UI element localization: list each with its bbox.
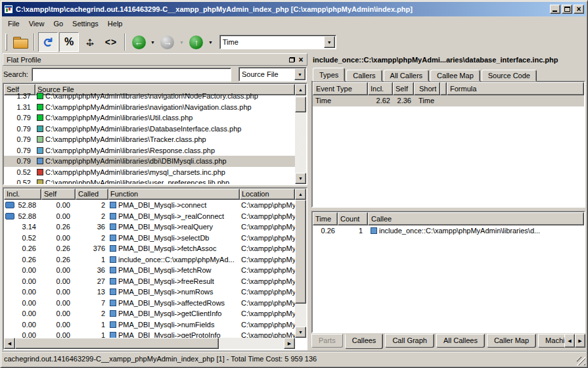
scroll-right-icon[interactable]: ▶ <box>284 338 295 349</box>
column-header-location[interactable]: Location <box>240 189 295 200</box>
scroll-left-icon[interactable]: ◀ <box>4 338 15 349</box>
chevron-down-icon[interactable]: ▼ <box>324 36 335 48</box>
function-icon <box>110 223 116 230</box>
horizontal-scrollbar[interactable]: ◀ ▶ <box>4 338 295 349</box>
event-type-row-selected[interactable]: Time 2.62 2.36 Time <box>313 95 584 106</box>
column-header-short[interactable]: Short <box>414 82 440 95</box>
column-header-count[interactable]: Count <box>338 212 368 225</box>
vertical-scrollbar[interactable]: ▲ ▼ <box>295 189 306 338</box>
reload-button[interactable]: ↻ <box>38 32 58 52</box>
column-header-self[interactable]: Self <box>393 82 414 95</box>
scroll-up-icon[interactable]: ▲ <box>295 189 306 200</box>
source-file-row[interactable]: 0.79 C:\xampp\phpMyAdmin\libraries\Track… <box>4 134 295 145</box>
up-button[interactable]: ↑ <box>187 32 206 52</box>
column-header-function[interactable]: Function <box>108 189 240 200</box>
app-icon <box>4 5 13 14</box>
source-file-row[interactable]: 0.79 C:\xampp\phpMyAdmin\libraries\Datab… <box>4 124 295 135</box>
up-dropdown-caret[interactable]: ▼ <box>208 40 213 45</box>
tab-callee-map[interactable]: Callee Map <box>430 70 480 81</box>
cycle-detection-button[interactable]: <> <box>101 32 121 52</box>
function-row[interactable]: 3.14 0.26 36 PMA_DBI_Mysqli->realQuery C… <box>4 221 295 233</box>
source-file-row[interactable]: 0.79 C:\xampp\phpMyAdmin\libraries\Respo… <box>4 145 295 156</box>
column-header-spacer[interactable] <box>440 82 447 95</box>
function-row[interactable]: 52.88 0.00 2 PMA_DBI_Mysqli->connect C:\… <box>4 200 295 211</box>
relative-percent-toggle[interactable]: % <box>59 32 79 52</box>
tab-source-code[interactable]: Source Code <box>482 70 537 81</box>
menu-go[interactable]: Go <box>49 18 68 30</box>
function-row[interactable]: 0.52 0.00 2 PMA_DBI_Mysqli->selectDb C:\… <box>4 233 295 244</box>
tab-all-callers[interactable]: All Callers <box>384 70 430 81</box>
event-type-select[interactable]: Time ▼ <box>219 35 336 49</box>
function-row[interactable]: 0.26 0.26 376 PMA_DBI_Mysqli->fetchAssoc… <box>4 243 295 254</box>
float-icon <box>289 57 295 62</box>
tab-parts[interactable]: Parts <box>311 334 343 348</box>
pan-button[interactable]: ↔↕ <box>80 32 100 52</box>
tab-callers[interactable]: Callers <box>346 70 382 81</box>
column-header-event-type[interactable]: Event Type <box>313 82 368 95</box>
function-row[interactable]: 52.88 0.00 2 PMA_DBI_Mysqli->_realConnec… <box>4 211 295 222</box>
scrollbar-thumb[interactable] <box>15 338 219 349</box>
source-file-row[interactable]: 1.37 C:\xampp\phpMyAdmin\libraries\navig… <box>4 91 295 102</box>
dock-float-button[interactable] <box>287 55 296 64</box>
minimize-button[interactable] <box>550 5 560 14</box>
function-icon <box>110 202 116 208</box>
menu-help[interactable]: Help <box>103 18 127 30</box>
scroll-down-icon[interactable]: ▼ <box>295 327 306 338</box>
source-file-row-selected[interactable]: 0.79 C:\xampp\phpMyAdmin\libraries\dbi\D… <box>4 156 295 167</box>
source-file-row[interactable]: 0.79 C:\xampp\phpMyAdmin\libraries\Util.… <box>4 112 295 124</box>
scrollbar-thumb[interactable] <box>295 200 306 304</box>
column-header-self[interactable]: Self <box>41 189 76 200</box>
column-header-formula[interactable]: Formula <box>447 82 584 95</box>
function-row[interactable]: 0.00 0.00 27 PMA_DBI_Mysqli->freeResult … <box>4 276 295 287</box>
back-button[interactable]: ← <box>129 32 148 52</box>
menu-view[interactable]: View <box>24 18 49 30</box>
open-file-button[interactable] <box>11 32 30 52</box>
menu-file[interactable]: File <box>3 18 24 30</box>
function-row[interactable]: 0.00 0.00 2 PMA_DBI_Mysqli->getClientInf… <box>4 308 295 319</box>
column-header-incl[interactable]: Incl. <box>4 189 41 200</box>
function-row[interactable]: 0.00 0.00 13 PMA_DBI_Mysqli->numRows C:\… <box>4 287 295 298</box>
function-row[interactable]: 0.00 0.00 7 PMA_DBI_Mysqli->affectedRows… <box>4 298 295 309</box>
close-button[interactable]: × <box>574 5 584 14</box>
tab-all-callees[interactable]: All Callees <box>436 334 485 348</box>
title-bar[interactable]: C:\xampp\tmp\cachegrind.out.1416463299-C… <box>2 2 586 16</box>
tab-scroll-right-icon[interactable]: ▶ <box>575 334 585 348</box>
source-file-row[interactable]: 0.52 C:\xampp\phpMyAdmin\libraries\user_… <box>4 177 295 184</box>
vertical-scrollbar[interactable]: ▲ ▼ <box>295 84 306 184</box>
tab-caller-map[interactable]: Caller Map <box>487 334 536 348</box>
tab-call-graph[interactable]: Call Graph <box>385 334 434 348</box>
function-row[interactable]: 0.26 0.26 1 include_once::C:\xampp\phpMy… <box>4 254 295 265</box>
forward-dropdown-caret[interactable]: ▼ <box>179 40 184 45</box>
scrollbar-thumb[interactable] <box>295 97 306 112</box>
function-row[interactable]: 0.00 0.00 36 PMA_DBI_Mysqli->fetchRow C:… <box>4 265 295 276</box>
resize-grip[interactable] <box>577 357 585 365</box>
cost-color-swatch <box>37 136 43 143</box>
tab-types[interactable]: Types <box>313 68 345 81</box>
column-header-callee[interactable]: Callee <box>368 212 584 225</box>
grouping-select[interactable]: Source File ▼ <box>238 67 307 81</box>
search-input[interactable] <box>32 68 231 81</box>
column-header-time[interactable]: Time <box>313 212 338 225</box>
scroll-up-icon[interactable]: ▲ <box>295 84 306 95</box>
menu-settings[interactable]: Settings <box>68 18 103 30</box>
function-row[interactable]: 0.00 0.00 1 PMA_DBI_Mysqli->numFields C:… <box>4 319 295 331</box>
column-header-called[interactable]: Called <box>76 189 108 200</box>
status-text: cachegrind.out.1416463299-C__xampp_phpMy… <box>4 355 317 363</box>
source-file-row[interactable]: 1.31 C:\xampp\phpMyAdmin\libraries\navig… <box>4 102 295 113</box>
tab-callees[interactable]: Callees <box>345 334 384 349</box>
callee-row[interactable]: 0.26 1 include_once::C:\xampp\phpMyAdmin… <box>313 225 584 237</box>
toolbar-grip[interactable] <box>5 34 7 51</box>
detail-tab-bar: Types Callers All Callers Callee Map Sou… <box>311 68 585 81</box>
dock-title-bar[interactable]: Flat Profile × <box>3 53 307 66</box>
toolbar-separator <box>124 34 125 51</box>
function-row[interactable]: 0.00 0.00 1 PMA_DBI_Mysqli->getProtoInfo… <box>4 330 295 338</box>
tab-scroll-left-icon[interactable]: ◀ <box>564 334 575 348</box>
scroll-down-icon[interactable]: ▼ <box>295 173 306 184</box>
chevron-down-icon[interactable]: ▼ <box>294 68 305 80</box>
column-header-incl[interactable]: Incl. <box>368 82 393 95</box>
dock-close-button[interactable]: × <box>296 55 305 64</box>
forward-button[interactable]: → <box>158 32 177 52</box>
maximize-button[interactable] <box>562 5 572 14</box>
source-file-row[interactable]: 0.52 C:\xampp\phpMyAdmin\libraries\mysql… <box>4 167 295 178</box>
back-dropdown-caret[interactable]: ▼ <box>150 40 155 45</box>
